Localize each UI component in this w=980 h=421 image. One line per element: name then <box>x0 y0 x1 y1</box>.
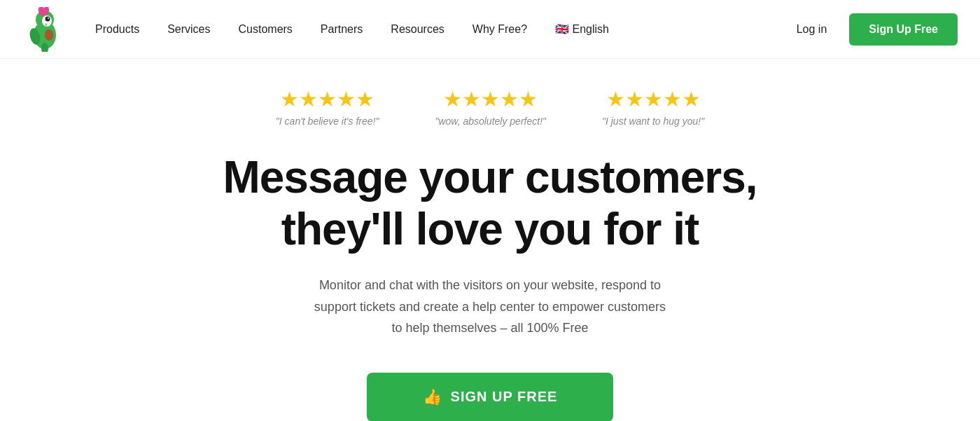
hero-cta-button[interactable]: 👍 SIGN UP FREE <box>367 373 614 421</box>
rating-item-2: ★★★★★ "wow, absolutely perfect!" <box>435 87 546 127</box>
nav-right: Log in Sign Up Free <box>785 13 958 46</box>
rating-item-3: ★★★★★ "I just want to hug you!" <box>602 87 704 127</box>
hero-subtext: Monitor and chat with the visitors on yo… <box>308 275 672 339</box>
nav-signup-button[interactable]: Sign Up Free <box>849 13 958 46</box>
rating-quote-1: "I can't believe it's free!" <box>276 116 379 127</box>
thumbs-up-icon: 👍 <box>423 388 442 406</box>
stars-1: ★★★★★ <box>280 87 374 111</box>
login-link[interactable]: Log in <box>785 18 839 41</box>
nav-item-partners[interactable]: Partners <box>309 18 374 41</box>
hero-headline: Message your customers, they'll love you… <box>189 152 791 255</box>
nav-item-customers[interactable]: Customers <box>227 18 304 41</box>
nav-item-resources[interactable]: Resources <box>379 18 455 41</box>
logo[interactable] <box>22 7 67 52</box>
rating-quote-3: "I just want to hug you!" <box>602 116 704 127</box>
nav-item-why-free[interactable]: Why Free? <box>461 18 538 41</box>
rating-quote-2: "wow, absolutely perfect!" <box>435 116 546 127</box>
nav-item-language[interactable]: 🇬🇧 English <box>544 17 620 41</box>
navbar: Products Services Customers Partners Res… <box>0 0 980 59</box>
stars-2: ★★★★★ <box>443 87 538 111</box>
svg-point-5 <box>46 16 50 21</box>
svg-point-6 <box>48 18 49 19</box>
stars-3: ★★★★★ <box>606 87 701 111</box>
ratings-row: ★★★★★ "I can't believe it's free!" ★★★★★… <box>276 87 704 127</box>
rating-item-1: ★★★★★ "I can't believe it's free!" <box>276 87 379 127</box>
nav-links: Products Services Customers Partners Res… <box>84 17 785 41</box>
cta-label: SIGN UP FREE <box>451 389 558 405</box>
nav-item-services[interactable]: Services <box>156 18 221 41</box>
nav-item-products[interactable]: Products <box>84 18 150 41</box>
svg-point-9 <box>45 29 53 41</box>
hero-section: ★★★★★ "I can't believe it's free!" ★★★★★… <box>0 59 980 421</box>
